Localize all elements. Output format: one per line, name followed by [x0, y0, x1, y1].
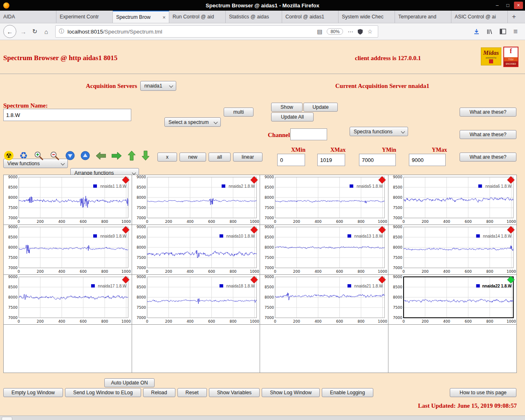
show-button[interactable]: Show — [271, 103, 303, 112]
all-button[interactable]: all — [209, 153, 231, 162]
shield-icon[interactable] — [357, 29, 363, 35]
tab-run-control-aid[interactable]: Run Control @ aid — [169, 11, 226, 23]
spectrum-panel-nnaida2[interactable]: 7000750080008500900002004006008001000nna… — [132, 175, 260, 225]
close-button[interactable]: × — [514, 2, 523, 9]
reload-button[interactable]: Reload — [143, 388, 175, 397]
tab-temperature-and[interactable]: Temperature and — [395, 11, 451, 23]
spectrum-chart: 7000750080008500900002004006008001000nna… — [388, 275, 517, 324]
pan-right-icon[interactable] — [112, 152, 122, 160]
tab-spectrum-brow[interactable]: Spectrum Brow× — [113, 11, 169, 23]
zoom-level-button[interactable]: 80% — [327, 28, 343, 35]
what-are-these-button-1[interactable]: What are these? — [460, 108, 516, 117]
select-spectrum-value: Select a spectrum — [168, 119, 209, 125]
midas-logo[interactable]: Midas powered by — [481, 47, 501, 65]
minimize-button[interactable]: – — [493, 2, 502, 9]
what-are-these-button-2[interactable]: What are these? — [460, 130, 516, 139]
status-chip — [2, 417, 12, 420]
enable-logging-button[interactable]: Enable Logging — [322, 388, 373, 397]
overflow-icon[interactable]: ⋯ — [348, 28, 353, 35]
svg-text:600: 600 — [208, 319, 215, 323]
show-variables-button[interactable]: Show Variables — [209, 388, 260, 397]
new-button[interactable]: new — [179, 153, 206, 162]
fec-logo-band2: ENCODED — [504, 61, 518, 66]
new-tab-button[interactable]: + — [508, 11, 520, 23]
svg-text:800: 800 — [229, 319, 236, 323]
home-icon[interactable]: ⌂ — [40, 26, 52, 37]
spectrum-panel-nnaida5[interactable]: 7000750080008500900002004006008001000nna… — [260, 175, 388, 225]
legend-swatch — [222, 184, 225, 188]
tab-asic-control-ai[interactable]: ASIC Control @ ai — [451, 11, 508, 23]
maximize-button[interactable]: □ — [503, 2, 512, 9]
spectrum-panel-nnaida13[interactable]: 7000750080008500900002004006008001000nna… — [260, 225, 388, 275]
multi-button[interactable]: multi — [224, 108, 254, 117]
tab-statistics-aidas[interactable]: Statistics @ aidas — [226, 11, 282, 23]
fec-logo[interactable]: f T CLI ENCODED — [503, 47, 518, 67]
scroll-up-icon[interactable] — [81, 151, 90, 160]
reset-button[interactable]: Reset — [177, 388, 207, 397]
select-spectrum-dropdown[interactable]: Select a spectrum — [164, 117, 221, 127]
spectrum-panel-nnaida14[interactable]: 7000750080008500900002004006008001000nna… — [388, 225, 517, 275]
bookmark-star-icon[interactable]: ☆ — [367, 28, 372, 35]
svg-text:600: 600 — [80, 220, 87, 224]
reload-icon[interactable]: ↻ — [29, 26, 40, 37]
radiation-icon[interactable]: ☢ — [4, 151, 13, 160]
svg-text:200: 200 — [37, 270, 44, 274]
scroll-down-icon[interactable] — [65, 151, 75, 160]
svg-text:8000: 8000 — [265, 295, 274, 299]
info-icon[interactable]: ⓘ — [59, 28, 64, 35]
svg-text:600: 600 — [464, 220, 471, 224]
zoom-out-icon[interactable] — [49, 151, 60, 161]
pan-down-icon[interactable] — [141, 150, 150, 161]
ymin-input[interactable] — [359, 154, 396, 166]
reader-mode-icon[interactable]: ▤ — [317, 28, 322, 35]
library-icon[interactable] — [487, 29, 493, 35]
url-path: /Spectrum/Spectrum.tml — [103, 29, 162, 35]
back-icon[interactable]: ← — [3, 25, 16, 38]
pan-left-icon[interactable] — [96, 152, 106, 160]
empty-log-window-button[interactable]: Empty Log Window — [3, 388, 63, 397]
tab-experiment-contr[interactable]: Experiment Contr — [56, 11, 113, 23]
pan-up-icon[interactable] — [128, 150, 136, 161]
spectrum-panel-nnaida1[interactable]: 7000750080008500900002004006008001000nna… — [4, 175, 132, 225]
send-log-window-to-elog-button[interactable]: Send Log Window to ELog — [65, 388, 141, 397]
acquisition-server-select[interactable]: nnaida1 — [140, 81, 176, 91]
zoom-in-icon[interactable] — [34, 151, 44, 161]
what-are-these-button-3[interactable]: What are these? — [460, 153, 516, 162]
spectrum-chart: 7000750080008500900002004006008001000nna… — [4, 275, 132, 324]
refresh-icon[interactable]: ♻ — [19, 151, 28, 160]
spectrum-panel-nnaida22[interactable]: 7000750080008500900002004006008001000nna… — [388, 275, 517, 325]
tab-aida[interactable]: AIDA — [0, 11, 56, 23]
spectrum-panel-nnaida21[interactable]: 7000750080008500900002004006008001000nna… — [260, 275, 388, 325]
update-all-button[interactable]: Update All — [271, 112, 314, 121]
empty-gallery-cell — [388, 325, 517, 373]
spectrum-panel-nnaida17[interactable]: 7000750080008500900002004006008001000nna… — [4, 275, 132, 325]
xmin-input[interactable] — [277, 154, 305, 166]
ymax-input[interactable] — [409, 154, 446, 166]
tab-close-icon[interactable]: × — [162, 14, 166, 20]
spectrum-chart: 7000750080008500900002004006008001000nna… — [388, 225, 517, 274]
channel-input[interactable] — [290, 128, 327, 140]
auto-update-button[interactable]: Auto Update ON — [104, 378, 155, 387]
spectra-functions-dropdown[interactable]: Spectra functions — [350, 127, 408, 136]
menu-icon[interactable]: ≡ — [513, 27, 518, 36]
x-button[interactable]: x — [157, 153, 177, 162]
linear-button[interactable]: linear — [233, 153, 262, 162]
svg-text:400: 400 — [186, 270, 193, 274]
spectrum-panel-nnaida18[interactable]: 7000750080008500900002004006008001000nna… — [132, 275, 260, 325]
tab-label: Spectrum Brow — [116, 14, 161, 20]
tab-control-aidas1[interactable]: Control @ aidas1 — [282, 11, 339, 23]
show-log-window-button[interactable]: Show Log Window — [262, 388, 320, 397]
update-button[interactable]: Update — [303, 103, 338, 112]
spectrum-panel-nnaida10[interactable]: 7000750080008500900002004006008001000nna… — [132, 225, 260, 275]
spectrum-name-input[interactable] — [3, 109, 131, 121]
sidebar-icon[interactable] — [500, 29, 506, 34]
url-bar[interactable]: ⓘ localhost:8015/Spectrum/Spectrum.tml ▤… — [55, 25, 378, 38]
xmax-input[interactable] — [317, 154, 345, 166]
how-to-use-button[interactable]: How to use this page — [450, 388, 516, 397]
spectrum-panel-nnaida9[interactable]: 7000750080008500900002004006008001000nna… — [4, 225, 132, 275]
forward-icon[interactable]: → — [18, 26, 29, 37]
download-icon[interactable] — [473, 29, 480, 35]
spectrum-panel-nnaida6[interactable]: 7000750080008500900002004006008001000nna… — [388, 175, 517, 225]
svg-text:7500: 7500 — [393, 206, 402, 210]
tab-system-wide-chec[interactable]: System wide Chec — [339, 11, 395, 23]
